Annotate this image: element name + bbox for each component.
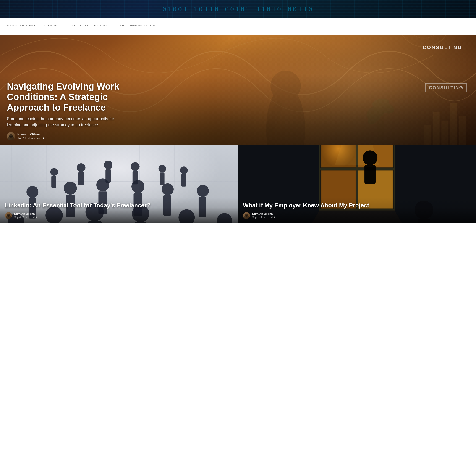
svg-point-1 (407, 36, 442, 38)
svg-rect-77 (364, 165, 375, 184)
svg-point-28 (104, 161, 113, 169)
svg-point-34 (180, 166, 187, 174)
svg-point-42 (96, 178, 109, 191)
svg-rect-27 (79, 172, 84, 185)
hero-date: Sep 13 · 4 min read ★ (17, 137, 45, 140)
hero-meta: Numeric Citizen Sep 13 · 4 min read ★ (7, 132, 469, 141)
svg-point-38 (26, 186, 38, 198)
svg-point-40 (64, 182, 77, 195)
svg-point-30 (131, 162, 140, 171)
hero-card[interactable]: 1 2 3 4 7 8 9 10 11 12 13 14 15 16 17 18… (0, 36, 476, 145)
hero-title[interactable]: Navigating Evolving Work Conditions: A S… (7, 81, 125, 113)
svg-rect-35 (181, 174, 186, 187)
cards-row: LinkedIn: An Essential Tool for Today's … (0, 145, 476, 223)
svg-point-44 (131, 180, 144, 193)
card-left-overlay: LinkedIn: An Essential Tool for Today's … (0, 197, 238, 223)
banner-decoration: 01001 10110 00101 11010 00110 (162, 5, 314, 13)
svg-point-76 (363, 150, 377, 165)
consulting-label-top: CONSULTING (423, 45, 462, 51)
avatar-right (243, 212, 250, 219)
hero-subtitle: Someone leaving the company becomes an o… (7, 116, 121, 128)
nav-item-other-stories[interactable]: OTHER STORIES ABOUT FREELANCING (5, 23, 59, 28)
svg-rect-37 (51, 176, 56, 188)
svg-rect-33 (159, 172, 164, 185)
hero-overlay: Navigating Evolving Work Conditions: A S… (0, 74, 476, 145)
card-right-date: Sep 1 · 2 min read ★ (252, 216, 276, 218)
card-left-meta: Numeric Citizen Sep 6 · 3 min read ★ (5, 212, 233, 219)
nav-item-about-publication[interactable]: ABOUT THIS PUBLICATION (72, 23, 108, 28)
avatar-left (5, 212, 12, 219)
nav-item-about-author[interactable]: ABOUT NUMERIC CITIZEN (119, 23, 155, 28)
svg-point-46 (162, 183, 174, 195)
hero-author: Numeric Citizen (17, 133, 45, 136)
svg-point-26 (77, 163, 85, 172)
nav-divider (114, 22, 114, 29)
card-right-author: Numeric Citizen (252, 212, 276, 216)
avatar (7, 132, 15, 141)
card-right-meta: Numeric Citizen Sep 1 · 2 min read ★ (243, 212, 471, 219)
svg-point-48 (197, 185, 209, 197)
card-right-overlay: What if My Employer Knew About My Projec… (238, 197, 476, 223)
svg-point-32 (159, 165, 166, 172)
card-right-title[interactable]: What if My Employer Knew About My Projec… (243, 202, 471, 209)
main-nav: OTHER STORIES ABOUT FREELANCING ABOUT TH… (0, 18, 476, 33)
card-left-title[interactable]: LinkedIn: An Essential Tool for Today's … (5, 202, 233, 209)
top-banner: 01001 10110 00101 11010 00110 (0, 0, 476, 18)
card-linkedin[interactable]: LinkedIn: An Essential Tool for Today's … (0, 145, 238, 223)
card-left-date: Sep 6 · 3 min read ★ (14, 216, 38, 218)
svg-point-36 (50, 168, 58, 176)
card-left-author: Numeric Citizen (14, 212, 38, 216)
card-employer[interactable]: What if My Employer Knew About My Projec… (238, 145, 476, 223)
